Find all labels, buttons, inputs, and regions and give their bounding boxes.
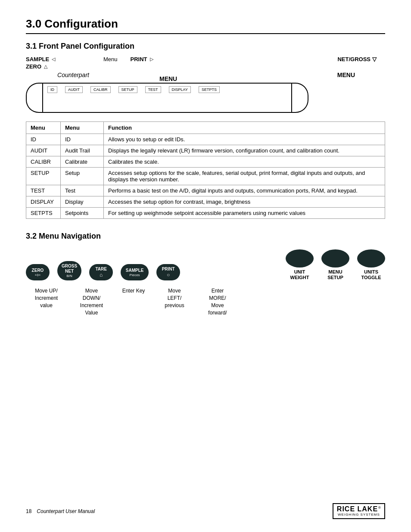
sample-arrow: ◁ [52, 56, 55, 62]
footer-left: 18 Counterpart User Manual [26, 508, 95, 514]
brand-registered: ® [378, 506, 381, 510]
table-cell-key: SETUP [26, 168, 61, 185]
lcd-screen: IDAUDITCALIBRSETUPTESTDISPLAYSETPTS [42, 83, 292, 113]
nav-label-move-left: MoveLEFT/previous [155, 287, 194, 309]
unit-weight-button[interactable] [286, 249, 314, 268]
section-31: 3.1 Front Panel Configuration SAMPLE ◁ Z… [26, 42, 385, 219]
brand-box: RICE LAKE ® WEIGHING SYSTEMS [333, 503, 385, 519]
table-cell-key: AUDIT [26, 145, 61, 156]
lcd-tab-test: TEST [145, 86, 161, 93]
nav-label-enter-more: EnterMORE/Moveforward/ [198, 287, 237, 316]
nav-label-move-down: MoveDOWN/IncrementValue [71, 287, 112, 316]
menu-top-right: MENU [337, 72, 381, 78]
page-subtitle: Counterpart User Manual [37, 508, 95, 514]
print-arrow: ▷ [150, 56, 153, 62]
table-cell-function: For setting up weighmode setpoint access… [104, 208, 385, 219]
table-cell-menu: Audit Trail [61, 145, 104, 156]
print-btn-group: PRINT ○ [156, 264, 180, 280]
menu-setup-button[interactable] [321, 249, 349, 268]
table-cell-function: Calibrates the scale. [104, 156, 385, 168]
table-cell-key: DISPLAY [26, 196, 61, 208]
netgross-arrow: ▽ [372, 56, 377, 62]
netgross-label: NET/GROSS ▽ [337, 56, 377, 62]
gross-net-button[interactable]: GROSS NET B/N [57, 261, 81, 281]
unit-weight-btn-group: UNITWEIGHT [286, 249, 314, 280]
nav-label-enter: Enter Key [116, 287, 151, 295]
table-row: DISPLAY Display Accesses the setup optio… [26, 196, 385, 208]
counterpart-menu-row: Counterpart MENU [26, 72, 385, 78]
tare-button[interactable]: TARE ⌂ [89, 264, 113, 280]
print-label: PRINT ▷ [131, 56, 153, 62]
units-toggle-label: UNITSTOGGLE [361, 269, 381, 280]
zero-arrow: △ [44, 64, 47, 69]
brand-name: RICE LAKE ® [337, 506, 381, 513]
table-row: CALIBR Calibrate Calibrates the scale. [26, 156, 385, 168]
lcd-tab-audit: AUDIT [65, 86, 83, 93]
panel-left-labels: SAMPLE ◁ ZERO △ [26, 56, 78, 70]
menu-bold-center: MENU [159, 75, 177, 82]
sample-button[interactable]: SAMPLE Pieces [121, 264, 149, 280]
col2-header: Menu [61, 122, 104, 134]
table-cell-menu: ID [61, 134, 104, 145]
menu-setup-btn-group: MENUSETUP [321, 249, 349, 280]
section-30-title: 3.0 Configuration [26, 17, 385, 34]
page-footer: 18 Counterpart User Manual RICE LAKE ® W… [26, 503, 385, 519]
table-cell-menu: Display [61, 196, 104, 208]
zero-btn-group: ZERO +0+ [26, 264, 50, 280]
table-row: SETPTS Setpoints For setting up weighmod… [26, 208, 385, 219]
lcd-diagram: IDAUDITCALIBRSETUPTESTDISPLAYSETPTS [26, 83, 385, 113]
menu-small: Menu [103, 56, 118, 62]
section-32: 3.2 Menu Navigation ZERO +0+ GROSS NET B… [26, 232, 385, 317]
units-toggle-btn-group: UNITSTOGGLE [357, 249, 385, 280]
section-32-title: 3.2 Menu Navigation [26, 232, 385, 241]
footer-brand: RICE LAKE ® WEIGHING SYSTEMS [333, 503, 385, 519]
table-cell-menu: Setpoints [61, 208, 104, 219]
menu-table: Menu Menu Function ID ID Allows you to s… [26, 121, 385, 219]
print-button[interactable]: PRINT ○ [156, 264, 180, 280]
panel-center: Menu PRINT ▷ [103, 56, 337, 62]
table-row: ID ID Allows you to setup or edit IDs. [26, 134, 385, 145]
table-row: SETUP Setup Accesses setup options for t… [26, 168, 385, 185]
lcd-tab-setpts: SETPTS [199, 86, 220, 93]
table-cell-key: SETPTS [26, 208, 61, 219]
table-cell-key: ID [26, 134, 61, 145]
gross-net-btn-group: GROSS NET B/N [57, 261, 81, 281]
table-cell-function: Allows you to setup or edit IDs. [104, 134, 385, 145]
section-31-title: 3.1 Front Panel Configuration [26, 42, 385, 51]
tare-btn-group: TARE ⌂ [89, 264, 113, 280]
lcd-bracket-right [291, 83, 308, 113]
front-panel-area: SAMPLE ◁ ZERO △ Menu PRINT ▷ MENU [26, 56, 385, 113]
table-cell-menu: Setup [61, 168, 104, 185]
table-row: AUDIT Audit Trail Displays the legally r… [26, 145, 385, 156]
nav-labels-row: Move UP/Incrementvalue MoveDOWN/Incremen… [26, 287, 385, 316]
table-cell-menu: Calibrate [61, 156, 104, 168]
button-row: ZERO +0+ GROSS NET B/N TARE ⌂ SAMPLE Pie… [26, 249, 385, 280]
counterpart-label: Counterpart [30, 72, 116, 78]
lcd-bracket-left [26, 83, 43, 113]
table-cell-key: TEST [26, 185, 61, 196]
menu-setup-label: MENUSETUP [327, 269, 343, 280]
unit-weight-label: UNITWEIGHT [290, 269, 309, 280]
page-number: 18 [26, 508, 31, 514]
lcd-tab-setup: SETUP [118, 86, 137, 93]
col3-header: Function [104, 122, 385, 134]
table-cell-function: Accesses the setup option for contrast, … [104, 196, 385, 208]
lcd-tab-id: ID [47, 86, 57, 93]
sample-label: SAMPLE ◁ [26, 56, 78, 62]
sample-btn-group: SAMPLE Pieces [121, 264, 149, 280]
table-row: TEST Test Performs a basic test on the A… [26, 185, 385, 196]
panel-header-row: SAMPLE ◁ ZERO △ Menu PRINT ▷ MENU [26, 56, 385, 70]
lcd-tab-display: DISPLAY [169, 86, 191, 93]
nav-label-move-up: Move UP/Incrementvalue [26, 287, 67, 309]
zero-label: ZERO △ [26, 63, 78, 70]
units-toggle-button[interactable] [357, 249, 385, 268]
table-cell-function: Performs a basic test on the A/D, digita… [104, 185, 385, 196]
zero-button[interactable]: ZERO +0+ [26, 264, 50, 280]
lcd-tab-calibr: CALIBR [90, 86, 111, 93]
col1-header: Menu [26, 122, 61, 134]
table-cell-menu: Test [61, 185, 104, 196]
table-cell-function: Accesses setup options for the scale, fe… [104, 168, 385, 185]
lcd-menu-tabs: IDAUDITCALIBRSETUPTESTDISPLAYSETPTS [47, 86, 220, 93]
table-cell-function: Displays the legally relevant (LR) firmw… [104, 145, 385, 156]
brand-sub: WEIGHING SYSTEMS [338, 513, 380, 516]
